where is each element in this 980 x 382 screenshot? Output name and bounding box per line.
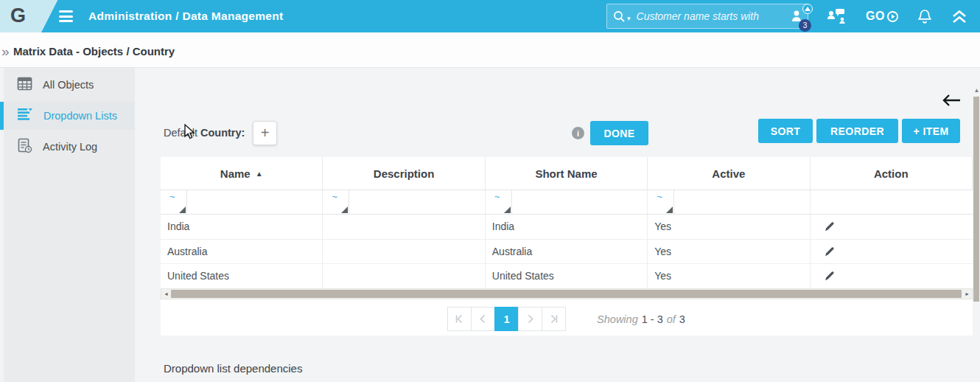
cell-active: Yes (648, 240, 810, 264)
table-row[interactable]: Australia Australia Yes (161, 240, 973, 265)
breadcrumb-expand-icon[interactable]: » (1, 44, 10, 60)
filter-cell-active: ~ (648, 190, 810, 214)
filter-cell-short-name: ~ (486, 190, 648, 214)
back-arrow-icon[interactable] (942, 94, 961, 110)
edit-row-button[interactable] (811, 264, 973, 288)
filter-cell-description: ~ (323, 190, 485, 214)
table-filter-row: ~ ~ ~ ~ (161, 190, 973, 215)
edit-row-button[interactable] (811, 215, 973, 239)
app-logo[interactable]: G (10, 4, 26, 27)
filter-operator-button[interactable]: ~ (161, 190, 187, 214)
table-row[interactable]: India India Yes (161, 215, 973, 240)
table-row[interactable]: United States United States Yes (161, 264, 973, 289)
next-page-button[interactable] (518, 307, 542, 331)
column-label: Action (874, 167, 909, 180)
filter-input-name[interactable] (187, 190, 323, 214)
done-button[interactable]: DONE (590, 121, 648, 145)
collapse-double-chevron-up-icon[interactable] (951, 10, 968, 24)
cell-name: India (161, 215, 323, 239)
hamburger-menu-icon[interactable] (59, 10, 73, 22)
sort-asc-icon: ▲ (256, 170, 263, 178)
bell-icon[interactable] (918, 9, 931, 24)
scroll-right-icon[interactable]: ▸ (962, 289, 972, 299)
last-page-button[interactable] (542, 307, 566, 331)
column-header-active[interactable]: Active (648, 157, 810, 190)
scroll-up-icon[interactable]: ▲ (973, 87, 980, 94)
global-search[interactable]: ▾ (606, 4, 808, 29)
vertical-scrollbar[interactable]: ▲ (973, 87, 980, 304)
sort-button[interactable]: SORT (758, 119, 813, 143)
cell-name: Australia (161, 240, 323, 264)
first-page-button[interactable] (447, 307, 472, 331)
column-label: Description (374, 167, 435, 180)
cell-active: Yes (648, 264, 810, 288)
filter-cell-name: ~ (161, 190, 323, 214)
info-icon[interactable]: i (572, 127, 584, 139)
filter-input-description[interactable] (349, 190, 485, 214)
arrow-up-circle-icon (802, 4, 813, 14)
cell-short-name: Australia (486, 240, 648, 264)
scroll-left-icon[interactable]: ◂ (161, 289, 171, 299)
breadcrumb: Matrix Data - Objects / Country (13, 45, 175, 58)
add-default-country-button[interactable]: + (253, 121, 277, 145)
filter-cell-action (811, 190, 973, 214)
column-label: Short Name (535, 167, 597, 180)
column-header-name[interactable]: Name▲ (161, 157, 323, 190)
cell-name: United States (161, 264, 323, 288)
vertical-scrollbar-thumb[interactable] (973, 97, 979, 302)
sidebar-item-label: All Objects (43, 79, 94, 91)
filter-operator-button[interactable]: ~ (648, 190, 674, 214)
go-app-icon[interactable]: GO (866, 10, 899, 23)
prev-page-button[interactable] (471, 307, 495, 331)
horizontal-scrollbar[interactable]: ◂ ▸ (161, 288, 973, 299)
sidebar-item-all-objects[interactable]: All Objects (0, 71, 135, 99)
showing-label: Showing (597, 313, 638, 325)
search-input[interactable] (637, 10, 802, 22)
app-header: G Administration / Data Management ▾ 3 G… (0, 0, 980, 32)
edit-row-button[interactable] (811, 240, 973, 264)
cell-short-name: United States (486, 264, 648, 288)
table-header-row: Name▲ Description Short Name Active Acti… (161, 157, 973, 190)
sidebar-item-dropdown-lists[interactable]: Dropdown Lists (0, 102, 135, 130)
breadcrumb-bar: » Matrix Data - Objects / Country (0, 32, 980, 68)
object-name-label: Country: (200, 127, 245, 139)
filter-operator-button[interactable]: ~ (486, 190, 512, 214)
contains-operator-icon: ~ (494, 191, 500, 202)
operator-corner-icon (179, 206, 186, 213)
header-icon-group: 3 GO (791, 0, 976, 32)
dependencies-section-title: Dropdown list dependencies (164, 362, 302, 375)
current-page-button[interactable]: 1 (494, 307, 519, 331)
pencil-icon (824, 246, 836, 257)
search-icon[interactable] (613, 10, 626, 23)
column-header-action: Action (811, 157, 973, 190)
column-header-description[interactable]: Description (323, 157, 485, 190)
activity-log-icon (17, 138, 32, 156)
reorder-button[interactable]: REORDER (816, 119, 898, 143)
add-item-button[interactable]: + ITEM (902, 119, 960, 143)
operator-corner-icon (666, 206, 673, 213)
user-approvals-icon[interactable]: 3 (791, 8, 807, 24)
filter-input-active[interactable] (674, 190, 810, 214)
column-header-short-name[interactable]: Short Name (486, 157, 648, 190)
page-title: Administration / Data Management (88, 10, 284, 23)
cell-active: Yes (648, 215, 810, 239)
sidebar-item-activity-log[interactable]: Activity Log (0, 133, 135, 161)
search-scope-caret-icon[interactable]: ▾ (627, 15, 631, 22)
of-label: of (667, 313, 676, 325)
dropdown-list-icon (17, 108, 33, 124)
cell-description (323, 264, 485, 288)
showing-status: Showing 1 - 3 of 3 (597, 313, 685, 325)
filter-input-short-name[interactable] (512, 190, 648, 214)
default-country-label: Default Country: (164, 127, 245, 139)
horizontal-scrollbar-thumb[interactable] (171, 290, 962, 298)
column-label: Active (712, 167, 745, 180)
cell-short-name: India (486, 215, 648, 239)
notification-count-badge: 3 (799, 19, 811, 32)
sidebar: All Objects Dropdown Lists Activity Log (0, 68, 135, 382)
default-label: Default (164, 127, 200, 139)
hierarchy-icon[interactable] (826, 7, 847, 25)
filter-operator-button[interactable]: ~ (323, 190, 349, 214)
operator-corner-icon (504, 206, 511, 213)
cell-description (323, 240, 485, 264)
column-label: Name (220, 167, 251, 180)
